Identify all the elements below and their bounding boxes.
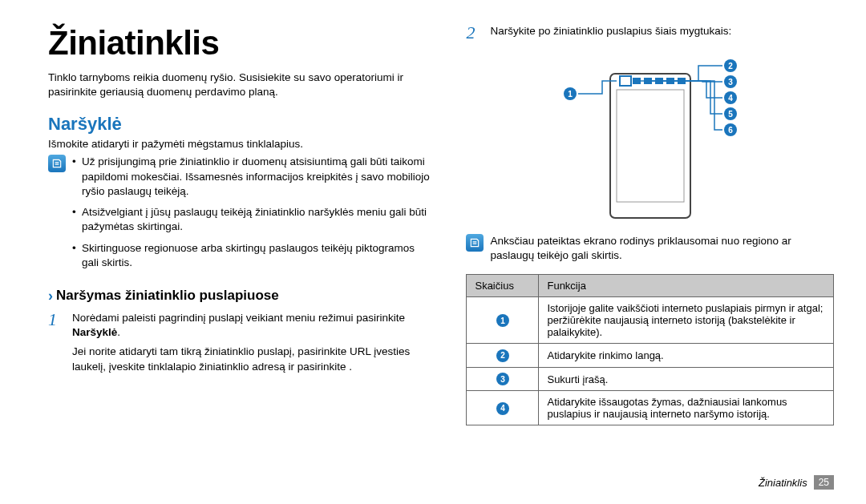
svg-rect-0: [610, 74, 690, 218]
step-1-suffix: .: [117, 326, 120, 338]
table-row: 2 Atidarykite rinkimo langą.: [467, 344, 834, 368]
page-title: Žiniatinklis: [48, 24, 434, 62]
svg-text:2: 2: [728, 62, 733, 71]
step-1-sub: Jei norite atidaryti tam tikrą žiniatink…: [72, 345, 434, 373]
subsection-heading: › Naršymas žiniatinklio puslapiuose: [48, 288, 434, 304]
bullet-item: Atsižvelgiant į jūsų paslaugų teikėją ži…: [72, 205, 434, 234]
svg-text:6: 6: [728, 126, 733, 135]
table-row: 1 Istorijoje galite vaikščioti interneto…: [467, 297, 834, 344]
svg-text:4: 4: [728, 94, 733, 103]
footer-section: Žiniatinklis: [759, 477, 807, 489]
diagram-note: Anksčiau pateiktas ekrano rodinys prikla…: [490, 234, 834, 263]
table-row: 3 Sukurti įrašą.: [467, 367, 834, 391]
step-1-prefix: Norėdami paleisti pagrindinį puslapį vei…: [72, 312, 405, 324]
row-num-icon: 4: [496, 402, 509, 415]
bullet-item: Skirtinguose regionuose arba skirtingų p…: [72, 241, 434, 270]
note-icon: [466, 234, 484, 252]
phone-diagram: 1 2 3 4 5 6: [522, 50, 779, 226]
subsection-title: Naršymas žiniatinklio puslapiuose: [56, 288, 279, 304]
svg-text:5: 5: [728, 110, 733, 119]
chevron-icon: ›: [48, 288, 53, 304]
step-number-2: 2: [466, 24, 482, 42]
row-func: Atidarykite išsaugotas žymas, dažniausia…: [539, 391, 834, 425]
step-1-body: Norėdami paleisti pagrindinį puslapį vei…: [72, 311, 434, 374]
row-num-icon: 3: [496, 373, 509, 385]
svg-text:3: 3: [728, 78, 733, 87]
row-num-icon: 1: [496, 314, 509, 327]
section-sub: Išmokite atidaryti ir pažymėti mėgstamus…: [48, 138, 434, 150]
table-header-function: Funkcija: [539, 275, 834, 297]
step-1-bold: Naršyklė: [72, 326, 117, 338]
table-row: 4 Atidarykite išsaugotas žymas, dažniaus…: [467, 391, 834, 425]
row-func: Istorijoje galite vaikščioti interneto p…: [539, 297, 834, 344]
note-icon: [48, 155, 66, 172]
step-2-body: Naršykite po žiniatinklio puslapius šiai…: [490, 24, 731, 42]
row-num-icon: 2: [496, 349, 509, 362]
svg-rect-2: [620, 76, 631, 86]
step-number-1: 1: [48, 311, 64, 374]
function-table: Skaičius Funkcija 1 Istorijoje galite va…: [466, 274, 834, 425]
svg-text:1: 1: [568, 90, 573, 99]
intro-text: Tinklo tarnyboms reikia duomenų ryšio. S…: [48, 71, 434, 99]
row-func: Sukurti įrašą.: [539, 367, 834, 391]
svg-rect-1: [617, 90, 684, 202]
note-bullets: Už prisijungimą prie žiniatinklio ir duo…: [72, 155, 434, 276]
page-number: 25: [814, 475, 834, 490]
table-header-number: Skaičius: [467, 275, 539, 297]
svg-rect-3: [633, 78, 641, 84]
row-func: Atidarykite rinkimo langą.: [539, 344, 834, 368]
bullet-item: Už prisijungimą prie žiniatinklio ir duo…: [72, 155, 434, 199]
page-footer: Žiniatinklis 25: [759, 475, 834, 490]
section-heading-browser: Naršyklė: [48, 114, 434, 135]
